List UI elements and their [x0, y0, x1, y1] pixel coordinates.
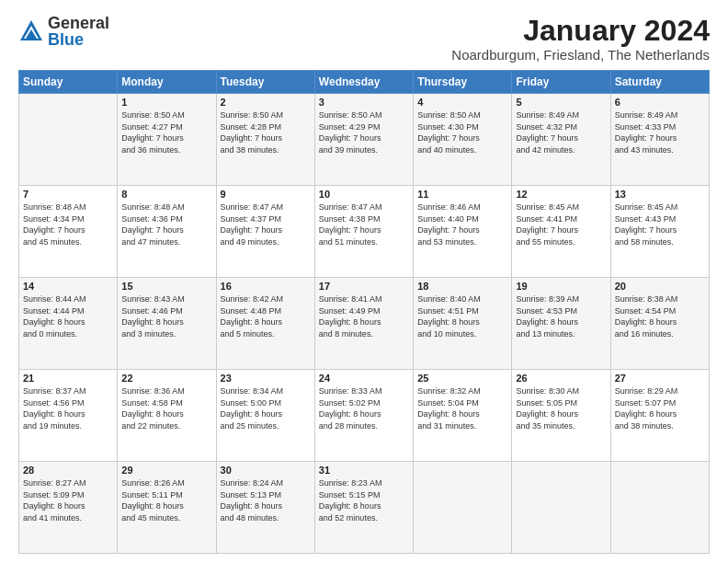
calendar-cell: 25Sunrise: 8:32 AM Sunset: 5:04 PM Dayli… — [414, 370, 512, 462]
calendar-cell: 31Sunrise: 8:23 AM Sunset: 5:15 PM Dayli… — [314, 462, 413, 554]
page: General Blue January 2024 Noardburgum, F… — [0, 0, 728, 563]
day-info: Sunrise: 8:50 AM Sunset: 4:27 PM Dayligh… — [121, 109, 211, 155]
day-info: Sunrise: 8:40 AM Sunset: 4:51 PM Dayligh… — [417, 293, 507, 339]
day-info: Sunrise: 8:47 AM Sunset: 4:38 PM Dayligh… — [319, 201, 409, 247]
day-number: 31 — [319, 465, 409, 476]
day-number: 11 — [417, 189, 507, 200]
calendar-cell: 3Sunrise: 8:50 AM Sunset: 4:29 PM Daylig… — [314, 94, 413, 186]
day-info: Sunrise: 8:41 AM Sunset: 4:49 PM Dayligh… — [319, 293, 409, 339]
day-info: Sunrise: 8:44 AM Sunset: 4:44 PM Dayligh… — [23, 293, 113, 339]
day-number: 9 — [221, 189, 311, 200]
day-info: Sunrise: 8:30 AM Sunset: 5:05 PM Dayligh… — [516, 385, 606, 431]
calendar-week-4: 21Sunrise: 8:37 AM Sunset: 4:56 PM Dayli… — [19, 370, 710, 462]
calendar-cell: 24Sunrise: 8:33 AM Sunset: 5:02 PM Dayli… — [314, 370, 413, 462]
calendar-header: Sunday Monday Tuesday Wednesday Thursday… — [19, 71, 710, 94]
calendar-cell: 21Sunrise: 8:37 AM Sunset: 4:56 PM Dayli… — [19, 370, 118, 462]
day-info: Sunrise: 8:50 AM Sunset: 4:30 PM Dayligh… — [417, 109, 507, 155]
day-number: 30 — [221, 465, 311, 476]
day-number: 1 — [121, 97, 211, 108]
calendar-body: 1Sunrise: 8:50 AM Sunset: 4:27 PM Daylig… — [19, 94, 710, 554]
calendar-cell — [512, 462, 610, 554]
calendar-cell: 27Sunrise: 8:29 AM Sunset: 5:07 PM Dayli… — [610, 370, 709, 462]
day-number: 4 — [417, 97, 507, 108]
day-number: 17 — [319, 281, 409, 292]
calendar-week-5: 28Sunrise: 8:27 AM Sunset: 5:09 PM Dayli… — [19, 462, 710, 554]
day-number: 27 — [615, 373, 705, 384]
calendar-cell: 10Sunrise: 8:47 AM Sunset: 4:38 PM Dayli… — [314, 186, 413, 278]
header-friday: Friday — [512, 71, 610, 94]
day-info: Sunrise: 8:34 AM Sunset: 5:00 PM Dayligh… — [221, 385, 311, 431]
day-info: Sunrise: 8:23 AM Sunset: 5:15 PM Dayligh… — [319, 477, 409, 523]
calendar-cell — [19, 94, 118, 186]
calendar-cell: 12Sunrise: 8:45 AM Sunset: 4:41 PM Dayli… — [512, 186, 610, 278]
day-number: 3 — [319, 97, 409, 108]
day-number: 28 — [23, 465, 113, 476]
calendar-cell: 4Sunrise: 8:50 AM Sunset: 4:30 PM Daylig… — [414, 94, 512, 186]
day-number: 23 — [221, 373, 311, 384]
calendar-week-1: 1Sunrise: 8:50 AM Sunset: 4:27 PM Daylig… — [19, 94, 710, 186]
calendar-week-2: 7Sunrise: 8:48 AM Sunset: 4:34 PM Daylig… — [19, 186, 710, 278]
day-number: 21 — [23, 373, 113, 384]
day-info: Sunrise: 8:49 AM Sunset: 4:32 PM Dayligh… — [516, 109, 606, 155]
location-subtitle: Noardburgum, Friesland, The Netherlands — [451, 47, 710, 63]
day-number: 16 — [221, 281, 311, 292]
calendar-cell: 8Sunrise: 8:48 AM Sunset: 4:36 PM Daylig… — [118, 186, 216, 278]
logo-text: General Blue — [48, 15, 109, 48]
header-row: Sunday Monday Tuesday Wednesday Thursday… — [19, 71, 710, 94]
day-number: 24 — [319, 373, 409, 384]
day-info: Sunrise: 8:32 AM Sunset: 5:04 PM Dayligh… — [417, 385, 507, 431]
day-number: 5 — [516, 97, 606, 108]
day-info: Sunrise: 8:50 AM Sunset: 4:29 PM Dayligh… — [319, 109, 409, 155]
calendar-cell: 23Sunrise: 8:34 AM Sunset: 5:00 PM Dayli… — [216, 370, 314, 462]
calendar-cell: 30Sunrise: 8:24 AM Sunset: 5:13 PM Dayli… — [216, 462, 314, 554]
day-info: Sunrise: 8:50 AM Sunset: 4:28 PM Dayligh… — [221, 109, 311, 155]
day-info: Sunrise: 8:24 AM Sunset: 5:13 PM Dayligh… — [221, 477, 311, 523]
day-info: Sunrise: 8:49 AM Sunset: 4:33 PM Dayligh… — [615, 109, 705, 155]
day-number: 22 — [121, 373, 211, 384]
calendar-cell — [414, 462, 512, 554]
title-block: January 2024 Noardburgum, Friesland, The… — [451, 15, 710, 63]
header-sunday: Sunday — [19, 71, 118, 94]
calendar-cell: 29Sunrise: 8:26 AM Sunset: 5:11 PM Dayli… — [118, 462, 216, 554]
day-info: Sunrise: 8:43 AM Sunset: 4:46 PM Dayligh… — [121, 293, 211, 339]
day-info: Sunrise: 8:48 AM Sunset: 4:34 PM Dayligh… — [23, 201, 113, 247]
day-number: 10 — [319, 189, 409, 200]
calendar-cell: 5Sunrise: 8:49 AM Sunset: 4:32 PM Daylig… — [512, 94, 610, 186]
day-number: 29 — [121, 465, 211, 476]
day-info: Sunrise: 8:26 AM Sunset: 5:11 PM Dayligh… — [121, 477, 211, 523]
calendar-cell: 15Sunrise: 8:43 AM Sunset: 4:46 PM Dayli… — [118, 278, 216, 370]
day-info: Sunrise: 8:36 AM Sunset: 4:58 PM Dayligh… — [121, 385, 211, 431]
calendar-cell: 7Sunrise: 8:48 AM Sunset: 4:34 PM Daylig… — [19, 186, 118, 278]
logo: General Blue — [18, 15, 109, 48]
calendar-cell: 18Sunrise: 8:40 AM Sunset: 4:51 PM Dayli… — [414, 278, 512, 370]
calendar-cell — [610, 462, 709, 554]
header-saturday: Saturday — [610, 71, 709, 94]
day-info: Sunrise: 8:47 AM Sunset: 4:37 PM Dayligh… — [221, 201, 311, 247]
day-number: 2 — [221, 97, 311, 108]
header: General Blue January 2024 Noardburgum, F… — [18, 15, 710, 63]
day-info: Sunrise: 8:42 AM Sunset: 4:48 PM Dayligh… — [221, 293, 311, 339]
day-number: 14 — [23, 281, 113, 292]
day-info: Sunrise: 8:45 AM Sunset: 4:43 PM Dayligh… — [615, 201, 705, 247]
calendar-cell: 14Sunrise: 8:44 AM Sunset: 4:44 PM Dayli… — [19, 278, 118, 370]
calendar-cell: 19Sunrise: 8:39 AM Sunset: 4:53 PM Dayli… — [512, 278, 610, 370]
calendar-cell: 28Sunrise: 8:27 AM Sunset: 5:09 PM Dayli… — [19, 462, 118, 554]
header-thursday: Thursday — [414, 71, 512, 94]
day-number: 6 — [615, 97, 705, 108]
calendar-cell: 2Sunrise: 8:50 AM Sunset: 4:28 PM Daylig… — [216, 94, 314, 186]
day-number: 26 — [516, 373, 606, 384]
day-info: Sunrise: 8:39 AM Sunset: 4:53 PM Dayligh… — [516, 293, 606, 339]
calendar-table: Sunday Monday Tuesday Wednesday Thursday… — [18, 70, 710, 554]
logo-icon — [18, 18, 44, 44]
day-info: Sunrise: 8:38 AM Sunset: 4:54 PM Dayligh… — [615, 293, 705, 339]
day-info: Sunrise: 8:45 AM Sunset: 4:41 PM Dayligh… — [516, 201, 606, 247]
day-info: Sunrise: 8:27 AM Sunset: 5:09 PM Dayligh… — [23, 477, 113, 523]
header-wednesday: Wednesday — [314, 71, 413, 94]
calendar-cell: 9Sunrise: 8:47 AM Sunset: 4:37 PM Daylig… — [216, 186, 314, 278]
header-monday: Monday — [118, 71, 216, 94]
logo-blue: Blue — [48, 31, 109, 48]
day-number: 19 — [516, 281, 606, 292]
day-number: 8 — [121, 189, 211, 200]
calendar-cell: 26Sunrise: 8:30 AM Sunset: 5:05 PM Dayli… — [512, 370, 610, 462]
calendar-cell: 16Sunrise: 8:42 AM Sunset: 4:48 PM Dayli… — [216, 278, 314, 370]
